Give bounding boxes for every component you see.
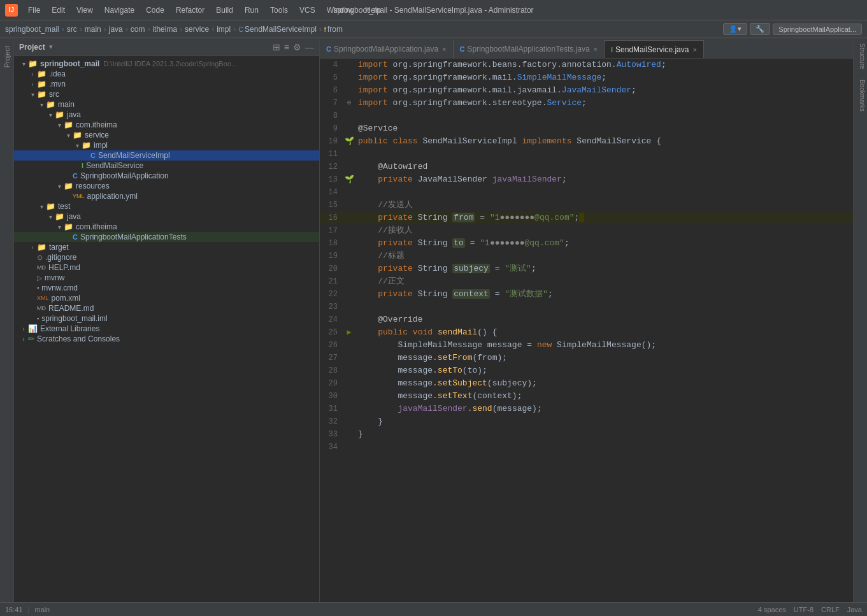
tree-item-target[interactable]: › 📁 target xyxy=(14,242,319,252)
breadcrumb-service[interactable]: service xyxy=(185,25,209,34)
resources-label: resources xyxy=(76,182,110,190)
line-num-19: 19 xyxy=(320,250,343,262)
tree-item-scratches[interactable]: › ✏ Scratches and Consoles xyxy=(14,334,319,344)
line-content-17: //接收人 xyxy=(355,224,853,237)
menu-vcs[interactable]: VCS xyxy=(294,4,320,16)
breadcrumb-com[interactable]: com xyxy=(131,25,145,34)
navigate-button[interactable]: 🔧 xyxy=(750,23,770,35)
profile-button[interactable]: 👤▾ xyxy=(723,23,747,35)
line-content-6: import org.springframework.mail.javamail… xyxy=(355,84,853,97)
tree-item-external-libs[interactable]: › 📊 External Libraries xyxy=(14,324,319,334)
tree-item-main[interactable]: ▾ 📁 main xyxy=(14,99,319,110)
impl-folder-icon: 📁 xyxy=(82,141,91,150)
tree-item-gitignore[interactable]: ⊙ .gitignore xyxy=(14,252,319,262)
tree-item-resources[interactable]: ▾ 📁 resources xyxy=(14,181,319,191)
bottom-encoding[interactable]: UTF-8 xyxy=(794,606,813,613)
helpmd-icon: MD xyxy=(37,264,46,271)
tree-item-src[interactable]: ▾ 📁 src xyxy=(14,89,319,99)
line-num-8: 8 xyxy=(320,110,343,122)
tree-item-springbootmailapplicationtests[interactable]: C SpringbootMailApplicationTests xyxy=(14,232,319,242)
gitignore-label: .gitignore xyxy=(45,253,76,262)
tree-item-idea[interactable]: › 📁 .idea xyxy=(14,69,319,79)
menu-code[interactable]: Code xyxy=(141,4,169,16)
tab-springbootmailapplication[interactable]: C SpringbootMailApplication.java × xyxy=(320,40,454,58)
tree-item-sendmailservice[interactable]: I SendMailService xyxy=(14,161,319,171)
code-view[interactable]: 4 import org.springframework.beans.facto… xyxy=(320,59,853,602)
menu-view[interactable]: View xyxy=(71,4,98,16)
menu-file[interactable]: File xyxy=(23,4,45,16)
breadcrumb-impl[interactable]: impl xyxy=(217,25,231,34)
tree-item-springbootmailapplication[interactable]: C SpringbootMailApplication xyxy=(14,171,319,181)
breadcrumb-sendmailserviceimpl[interactable]: SendMailServiceImpl xyxy=(245,25,317,34)
tab-close-sendmailservice[interactable]: × xyxy=(692,46,696,54)
menu-build[interactable]: Build xyxy=(211,4,238,16)
line-num-28: 28 xyxy=(320,364,343,377)
java-folder-icon: 📁 xyxy=(55,110,64,119)
breadcrumb-java[interactable]: java xyxy=(109,25,123,34)
menu-navigate[interactable]: Navigate xyxy=(99,4,140,16)
tree-item-iml[interactable]: ▪ springboot_mail.iml xyxy=(14,313,319,324)
com-itheima-test-folder-icon: 📁 xyxy=(64,222,73,231)
tree-item-application-yml[interactable]: YML application.yml xyxy=(14,191,319,201)
tree-item-readmemd[interactable]: MD README.md xyxy=(14,303,319,313)
tree-item-springboot-mail[interactable]: ▾ 📁 springboot_mail D:\IntelliJ IDEA 202… xyxy=(14,59,319,69)
sidebar-dropdown-arrow[interactable]: ▾ xyxy=(49,43,53,51)
bottom-linesep[interactable]: CRLF xyxy=(821,606,840,613)
breadcrumb-src[interactable]: src xyxy=(67,25,77,34)
tree-item-mvnw[interactable]: ▷ mvnw xyxy=(14,273,319,283)
breadcrumb-springboot-mail[interactable]: springboot_mail xyxy=(5,25,59,34)
search-button[interactable]: SpringbootMailApplicat... xyxy=(773,24,862,35)
tab-springbootmailapplicationtests[interactable]: C SpringbootMailApplicationTests.java × xyxy=(454,40,605,58)
settings-icon[interactable]: ⚙ xyxy=(293,42,301,52)
sidebar-title: Project xyxy=(19,43,45,52)
code-line-13: 13 🌱 private JavaMailSender javaMailSend… xyxy=(320,173,853,186)
close-sidebar-icon[interactable]: — xyxy=(305,42,314,52)
bookmarks-label[interactable]: Bookmarks xyxy=(854,75,867,117)
tab-close-tests[interactable]: × xyxy=(594,45,598,53)
tree-item-pomxml[interactable]: XML pom.xml xyxy=(14,293,319,303)
line-num-18: 18 xyxy=(320,237,343,250)
tab-label-springbootmailapplication: SpringbootMailApplication.java xyxy=(334,45,438,54)
tab-close-springbootmailapplication[interactable]: × xyxy=(442,45,446,53)
tab-label-tests: SpringbootMailApplicationTests.java xyxy=(467,45,589,54)
structure-label[interactable]: Structure xyxy=(854,38,867,75)
code-line-8: 8 xyxy=(320,110,853,122)
project-panel-label[interactable]: Project xyxy=(2,41,12,73)
line-num-17: 17 xyxy=(320,224,343,237)
project-name-label: springboot_mail xyxy=(40,59,99,68)
readmemd-icon: MD xyxy=(37,305,46,312)
breadcrumb-main[interactable]: main xyxy=(85,25,101,34)
menu-edit[interactable]: Edit xyxy=(47,4,70,16)
tree-item-java[interactable]: ▾ 📁 java xyxy=(14,110,319,120)
sidebar: Project ▾ ⊞ ≡ ⚙ — ▾ 📁 springboot_mail D:… xyxy=(14,38,320,602)
tree-item-service[interactable]: ▾ 📁 service xyxy=(14,130,319,140)
code-line-27: 27 message.setFrom(from); xyxy=(320,352,853,364)
breadcrumb-from[interactable]: from xyxy=(327,25,343,34)
code-line-18: 18 private String to = "1●●●●●●●@qq.com"… xyxy=(320,237,853,250)
menu-tools[interactable]: Tools xyxy=(265,4,293,16)
scratches-icon: ✏ xyxy=(28,334,34,343)
bottom-indent[interactable]: 4 spaces xyxy=(758,606,786,613)
line-content-18: private String to = "1●●●●●●●@qq.com"; xyxy=(355,237,853,250)
tree-item-impl[interactable]: ▾ 📁 impl xyxy=(14,140,319,150)
menu-refactor[interactable]: Refactor xyxy=(171,4,210,16)
line-content-33: } xyxy=(355,428,853,441)
code-line-4: 4 import org.springframework.beans.facto… xyxy=(320,59,853,71)
breadcrumb-itheima[interactable]: itheima xyxy=(152,25,177,34)
line-num-4: 4 xyxy=(320,59,343,71)
tree-item-sendmailserviceimpl[interactable]: C SendMailServiceImpl xyxy=(14,150,319,161)
readmemd-label: README.md xyxy=(48,304,94,313)
tree-item-com-itheima[interactable]: ▾ 📁 com.itheima xyxy=(14,120,319,130)
tree-item-test[interactable]: ▾ 📁 test xyxy=(14,201,319,211)
mvnw-label: mvnw xyxy=(45,273,64,282)
tree-item-mvn[interactable]: › 📁 .mvn xyxy=(14,79,319,89)
tree-item-helpmd[interactable]: MD HELP.md xyxy=(14,262,319,273)
tab-sendmailservice[interactable]: I SendMailService.java × xyxy=(605,40,704,58)
locate-icon[interactable]: ≡ xyxy=(284,42,289,52)
menu-run[interactable]: Run xyxy=(240,4,264,16)
tree-item-mvnw-cmd[interactable]: ▪ mvnw.cmd xyxy=(14,283,319,293)
collapse-all-icon[interactable]: ⊞ xyxy=(273,42,280,52)
tree-item-com-itheima-test[interactable]: ▾ 📁 com.itheima xyxy=(14,222,319,232)
com-itheima-test-label: com.itheima xyxy=(76,222,117,231)
tree-item-java-test[interactable]: ▾ 📁 java xyxy=(14,211,319,222)
